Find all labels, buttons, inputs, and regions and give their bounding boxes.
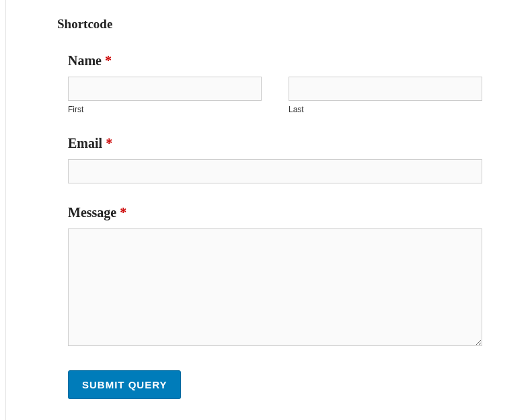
last-name-sublabel: Last [289, 105, 482, 114]
form-container: Shortcode Name * First Last Email * Mess… [5, 0, 530, 420]
section-title: Shortcode [20, 0, 517, 32]
message-label: Message * [68, 205, 482, 220]
name-label-text: Name [68, 53, 102, 68]
last-name-col: Last [289, 77, 482, 114]
email-required-star: * [106, 136, 112, 151]
first-name-col: First [68, 77, 262, 114]
email-label: Email * [68, 136, 482, 151]
email-label-text: Email [68, 136, 102, 151]
contact-form: Name * First Last Email * Message * Subm… [20, 53, 482, 399]
name-required-star: * [105, 53, 112, 68]
name-label: Name * [68, 53, 482, 69]
message-required-star: * [120, 205, 126, 220]
name-row: First Last [68, 77, 482, 114]
first-name-sublabel: First [68, 105, 262, 114]
email-input[interactable] [68, 159, 482, 183]
submit-button[interactable]: Submit Query [68, 370, 181, 399]
first-name-input[interactable] [68, 77, 262, 101]
last-name-input[interactable] [289, 77, 482, 101]
message-textarea[interactable] [68, 228, 482, 346]
message-label-text: Message [68, 205, 116, 220]
